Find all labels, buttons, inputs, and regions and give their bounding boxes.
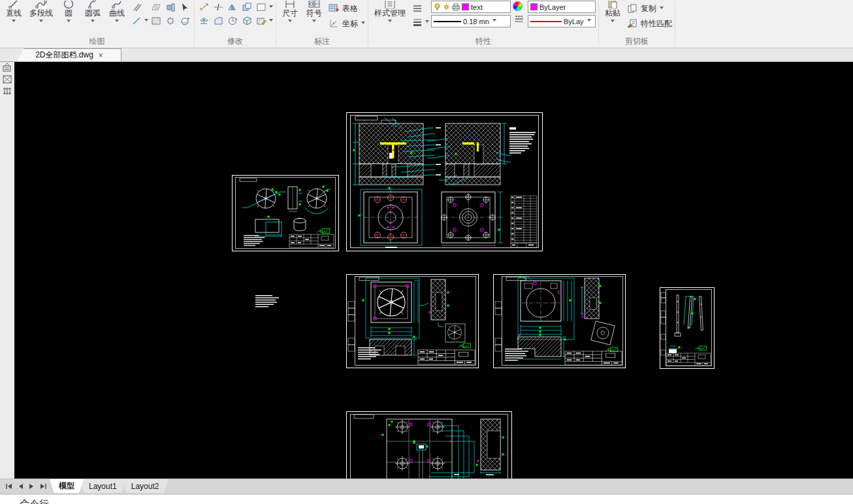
symbol-icon xyxy=(308,1,320,8)
line-tool-button[interactable]: 直线 xyxy=(3,1,25,24)
panel-label-modify: 修改 xyxy=(197,36,273,48)
rotate-icon[interactable] xyxy=(226,15,239,27)
chevron-down-icon xyxy=(115,20,119,24)
paste-icon xyxy=(607,1,618,8)
copy-label: 复制 xyxy=(641,3,656,14)
document-tab-bar: 2D全部图档.dwg × xyxy=(0,48,853,62)
ribbon-panel-modify: 修改 xyxy=(195,0,276,48)
drawing-sheet-plate-a xyxy=(347,275,479,368)
ribbon-panel-clipboard: 粘贴 复制 特性匹配 剪切板 xyxy=(599,0,675,48)
lineweight-combobox[interactable]: 0.18 mn xyxy=(431,15,511,27)
nav-last-icon[interactable] xyxy=(40,483,47,490)
printer-icon xyxy=(452,1,460,13)
circle-tool-label: 圆 xyxy=(65,8,72,18)
line-style-icon[interactable] xyxy=(411,3,424,14)
arc-tool-button[interactable]: 圆弧 xyxy=(82,1,104,24)
symbol-tool-button[interactable]: 符号 xyxy=(303,1,325,24)
table-tool-button[interactable]: 表格 xyxy=(327,2,365,15)
nav-first-icon[interactable] xyxy=(5,483,12,490)
drawing-sheet-pins xyxy=(660,288,715,369)
left-toolbar xyxy=(0,62,14,479)
curve-tool-button[interactable]: 曲线 xyxy=(106,1,128,24)
coordinate-tool-button[interactable]: 坐标 xyxy=(327,17,365,30)
cursor-pick-icon[interactable] xyxy=(178,1,191,13)
chevron-down-icon xyxy=(361,22,365,26)
chevron-down-icon xyxy=(611,20,615,24)
table-tool-label: 表格 xyxy=(342,3,358,14)
tab-layout1[interactable]: Layout1 xyxy=(80,479,126,493)
break-icon[interactable] xyxy=(212,1,225,13)
ribbon-panel-draw: 直线 多段线 圆 圆弧 xyxy=(0,0,194,48)
nav-next-icon[interactable] xyxy=(29,483,35,490)
match-properties-button[interactable]: 特性匹配 xyxy=(626,17,672,30)
ribbon: 直线 多段线 圆 圆弧 xyxy=(0,0,853,48)
drawing-sheet-plate-b xyxy=(494,275,626,368)
command-line-label: 命令行 xyxy=(20,498,49,504)
scale-icon[interactable] xyxy=(197,15,210,27)
model-space-canvas[interactable] xyxy=(14,62,853,479)
library-icon[interactable] xyxy=(2,74,12,84)
chevron-down-icon xyxy=(12,20,16,24)
chevron-down-icon xyxy=(144,19,148,24)
gear-icon[interactable] xyxy=(164,15,177,27)
bushing-icon[interactable] xyxy=(164,1,177,13)
paste-label: 粘贴 xyxy=(605,8,620,18)
match-properties-label: 特性匹配 xyxy=(641,18,672,29)
main-area xyxy=(0,62,853,479)
drawing-sheet-bottom xyxy=(347,412,512,479)
arc-icon xyxy=(88,1,98,8)
coordinate-tool-label: 坐标 xyxy=(342,18,358,29)
hatch-edit-icon[interactable] xyxy=(255,15,268,27)
layer-combobox[interactable]: text xyxy=(431,1,511,13)
copy-button[interactable]: 复制 xyxy=(626,2,672,15)
sheet-settings-icon[interactable] xyxy=(2,63,12,72)
line-tool-label: 直线 xyxy=(6,8,22,18)
linetype-settings-icon[interactable] xyxy=(513,13,526,25)
polyline-tool-label: 多段线 xyxy=(29,8,53,18)
hatch-icon[interactable] xyxy=(150,15,163,27)
command-line[interactable]: 命令行 xyxy=(0,493,853,504)
copy-object-icon[interactable] xyxy=(240,1,253,13)
style-manager-button[interactable]: 样式管理 xyxy=(371,1,409,24)
region-icon[interactable] xyxy=(150,1,163,13)
panel-label-clipboard: 剪切板 xyxy=(602,36,672,48)
nav-prev-icon[interactable] xyxy=(18,483,24,490)
circle-icon xyxy=(63,1,74,8)
document-tab[interactable]: 2D全部图档.dwg × xyxy=(17,48,121,61)
table-icon xyxy=(327,3,340,14)
linetype-combobox[interactable]: ByLay xyxy=(528,15,596,27)
tab-model[interactable]: 模型 xyxy=(50,479,84,493)
circle-tool-button[interactable]: 圆 xyxy=(57,1,80,24)
symbol-tool-label: 符号 xyxy=(306,8,322,18)
lineweight-settings-icon[interactable] xyxy=(411,16,424,28)
close-icon[interactable]: × xyxy=(99,51,103,60)
color-combobox[interactable]: ByLayer xyxy=(528,1,596,13)
chevron-down-icon xyxy=(312,20,316,24)
paste-button[interactable]: 粘贴 xyxy=(602,1,624,24)
3d-box-icon[interactable] xyxy=(240,15,253,27)
tab-layout2[interactable]: Layout2 xyxy=(122,479,169,493)
revolve-icon[interactable] xyxy=(178,15,191,27)
construction-line-icon[interactable] xyxy=(130,15,143,27)
linetype-sample xyxy=(530,21,562,22)
rectangle-tool-icon[interactable] xyxy=(255,1,268,13)
line-icon xyxy=(8,1,19,8)
polyline-tool-button[interactable]: 多段线 xyxy=(27,1,56,24)
mirror-icon[interactable] xyxy=(226,1,239,13)
color-wheel-icon[interactable] xyxy=(513,1,523,11)
chevron-down-icon xyxy=(587,19,591,24)
chevron-down-icon xyxy=(269,5,273,10)
parallel-lines-icon[interactable] xyxy=(130,1,143,13)
chamfer-icon[interactable] xyxy=(212,15,225,27)
ribbon-panel-properties: 样式管理 text 0.18 mn xyxy=(368,0,598,48)
dimension-tool-label: 尺寸 xyxy=(282,8,298,18)
dimension-tool-button[interactable]: 尺寸 xyxy=(279,1,301,24)
chevron-down-icon xyxy=(269,19,273,24)
sun-icon xyxy=(443,1,450,13)
panel-label-draw: 绘图 xyxy=(3,36,191,48)
dimension-icon xyxy=(284,1,296,8)
panel-label-properties: 特性 xyxy=(371,36,596,48)
grid-columns-icon[interactable] xyxy=(2,86,12,96)
move-icon[interactable] xyxy=(197,1,210,13)
chevron-down-icon xyxy=(288,20,292,24)
